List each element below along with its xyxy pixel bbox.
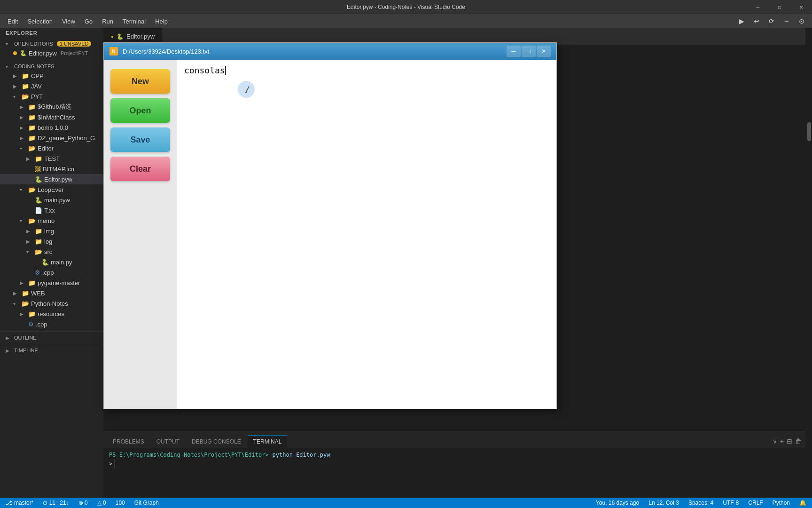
target-button[interactable]: ⊙ — [795, 16, 808, 27]
file-txx[interactable]: 📄 T.xx — [0, 205, 103, 215]
back-button[interactable]: ↩ — [750, 16, 763, 27]
file-editor-pyw[interactable]: 🐍 Editor.pyw — [0, 174, 103, 184]
timeline-section: ▶ TIMELINE — [0, 344, 103, 357]
file-cpp[interactable]: ⚙ .cpp — [0, 267, 103, 278]
popup-title: D:/Users/33924/Desktop/123.txt — [123, 48, 502, 55]
folder-memo[interactable]: ▾ 📂 memo — [0, 215, 103, 226]
popup-body: New Open Save Clear consolas 𝐼 — [104, 60, 556, 409]
menu-terminal[interactable]: Terminal — [119, 16, 149, 27]
folder-dzgame[interactable]: ▶ 📁 DZ_game_Python_G — [0, 133, 103, 143]
number-status[interactable]: 100 — [114, 500, 127, 506]
unsaved-badge: 1 UNSAVED — [57, 41, 92, 47]
folder-icon-img: 📁 — [35, 228, 42, 235]
spaces-status[interactable]: Spaces: 4 — [687, 500, 715, 506]
folder-icon-inmath: 📁 — [28, 114, 36, 121]
open-editors-chevron: ▾ — [6, 41, 12, 47]
folder-icon-pygame: 📁 — [28, 279, 36, 286]
notification-status[interactable]: You, 16 days ago — [594, 500, 641, 506]
line-ending-status[interactable]: CRLF — [746, 500, 765, 506]
popup-maximize-button[interactable]: □ — [522, 46, 536, 57]
folder-pygame[interactable]: ▶ 📁 pygame-master — [0, 278, 103, 288]
folder-img[interactable]: ▶ 📁 img — [0, 226, 103, 236]
status-left: ⎇ master* ⊙ 11↑ 21↓ ⊗ 0 △ 0 100 Git Grap… — [4, 500, 161, 506]
file-main-py[interactable]: 🐍 main.py — [0, 257, 103, 267]
folder-icon-editor: 📂 — [28, 145, 36, 152]
folder-inmath[interactable]: ▶ 📁 $InMathClass — [0, 112, 103, 122]
folder-editor[interactable]: ▾ 📂 Editor — [0, 143, 103, 153]
warnings-status[interactable]: △ 0 — [95, 500, 108, 506]
menu-bar: Edit Selection View Go Run Terminal Help… — [0, 14, 812, 28]
folder-log[interactable]: ▶ 📁 log — [0, 236, 103, 246]
popup-icon: N — [109, 47, 118, 56]
git-graph-status[interactable]: Git Graph — [133, 500, 161, 506]
maximize-button[interactable]: □ — [769, 0, 790, 14]
timeline-header[interactable]: ▶ TIMELINE — [0, 346, 103, 355]
menu-run[interactable]: Run — [98, 16, 117, 27]
open-editor-item-editor[interactable]: 🐍 Editor.pyw Project\PYT — [0, 48, 103, 58]
folder-icon-memo: 📂 — [28, 217, 36, 224]
folder-loopever[interactable]: ▾ 📂 LoopEver — [0, 184, 103, 195]
minimize-button[interactable]: ─ — [747, 0, 769, 14]
folder-icon-src: 📂 — [35, 248, 42, 255]
play-button[interactable]: ▶ — [735, 16, 748, 27]
menu-edit[interactable]: Edit — [4, 16, 22, 27]
save-button[interactable]: Save — [110, 127, 170, 152]
branch-status[interactable]: ⎇ master* — [4, 500, 35, 506]
explorer-header: EXPLORER — [0, 28, 103, 38]
folder-test[interactable]: ▶ 📁 TEST — [0, 153, 103, 164]
editor-area: ● 🐍 Editor.pyw N D:/Users/33924/Desktop/… — [103, 28, 805, 498]
reload-button[interactable]: ⟳ — [765, 16, 778, 27]
folder-icon-python-notes: 📂 — [22, 300, 29, 307]
encoding-status[interactable]: UTF-8 — [721, 500, 741, 506]
status-right: You, 16 days ago Ln 12, Col 3 Spaces: 4 … — [594, 500, 808, 506]
file-cpp2[interactable]: ⚙ .cpp — [0, 319, 103, 329]
menu-view[interactable]: View — [58, 16, 79, 27]
python-icon: 🐍 — [20, 50, 27, 56]
branch-icon: ⎇ — [6, 500, 12, 506]
popup-overlay: N D:/Users/33924/Desktop/123.txt ─ □ ✕ — [103, 28, 805, 498]
folder-cpp[interactable]: ▶ 📁 CPP — [0, 71, 103, 81]
cursor-info-status[interactable]: Ln 12, Col 3 — [647, 500, 681, 506]
file-icon-main-py: 🐍 — [41, 259, 49, 266]
popup-minimize-button[interactable]: ─ — [507, 46, 521, 57]
menu-help[interactable]: Help — [151, 16, 172, 27]
popup-close-button[interactable]: ✕ — [537, 46, 551, 57]
folder-icon-resources: 📁 — [28, 310, 36, 318]
file-icon-cpp: ⚙ — [35, 269, 40, 276]
new-button[interactable]: New — [110, 69, 170, 94]
folder-pyt[interactable]: ▾ 📂 PYT — [0, 91, 103, 102]
open-editors-header[interactable]: ▾ OPEN EDITORS 1 UNSAVED — [0, 40, 103, 48]
app-title: Editor.pyw - Coding-Notes - Visual Studi… — [347, 4, 465, 10]
folder-jav[interactable]: ▶ 📁 JAV — [0, 81, 103, 91]
text-cursor — [225, 66, 226, 75]
menu-selection[interactable]: Selection — [23, 16, 56, 27]
close-button[interactable]: ✕ — [790, 0, 812, 14]
folder-src[interactable]: ▾ 📂 src — [0, 246, 103, 257]
folder-web[interactable]: ▶ 📁 WEB — [0, 288, 103, 298]
open-button[interactable]: Open — [110, 98, 170, 123]
coding-notes-header[interactable]: ▾ CODING-NOTES — [0, 62, 103, 71]
errors-status[interactable]: ⊗ 0 — [77, 500, 90, 506]
forward-button[interactable]: → — [780, 16, 793, 27]
folder-resources[interactable]: ▶ 📁 resources — [0, 309, 103, 319]
window-controls: ─ □ ✕ — [747, 0, 812, 14]
folder-icon-jav: 📁 — [22, 83, 29, 90]
folder-github[interactable]: ▶ 📁 $Github精选 — [0, 102, 103, 112]
bell-icon[interactable]: 🔔 — [797, 500, 808, 506]
sidebar: EXPLORER ▾ OPEN EDITORS 1 UNSAVED 🐍 Edit… — [0, 28, 103, 498]
language-status[interactable]: Python — [771, 500, 792, 506]
file-bitmap[interactable]: 🖼 BITMAP.ico — [0, 164, 103, 174]
scroll-thumb[interactable] — [807, 122, 811, 141]
status-bar: ⎇ master* ⊙ 11↑ 21↓ ⊗ 0 △ 0 100 Git Grap… — [0, 498, 812, 508]
file-main-pyw[interactable]: 🐍 main.pyw — [0, 195, 103, 205]
clear-button[interactable]: Clear — [110, 157, 170, 181]
file-icon-txx: 📄 — [35, 207, 42, 214]
folder-python-notes[interactable]: ▾ 📂 Python-Notes — [0, 298, 103, 309]
outline-section: ▶ OUTLINE — [0, 331, 103, 344]
sync-status[interactable]: ⊙ 11↑ 21↓ — [41, 500, 70, 506]
folder-bomb[interactable]: ▶ 📁 bomb 1.0.0 — [0, 122, 103, 133]
folder-icon-web: 📁 — [22, 290, 29, 297]
menu-go[interactable]: Go — [81, 16, 96, 27]
popup-textarea[interactable]: consolas 𝐼 — [177, 60, 556, 409]
outline-header[interactable]: ▶ OUTLINE — [0, 333, 103, 342]
